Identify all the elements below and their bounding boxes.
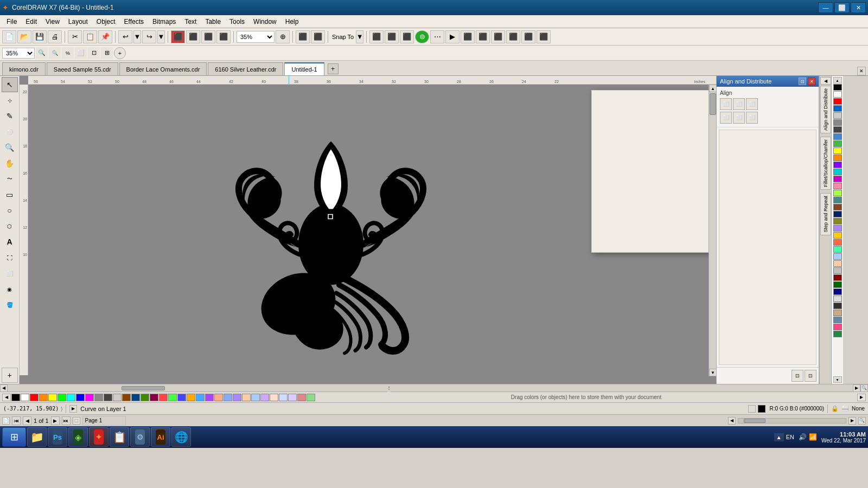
- color-swatch-mint[interactable]: [833, 246, 842, 253]
- palette-scroll-up[interactable]: ▲: [833, 77, 842, 84]
- zoom-dropdown[interactable]: 35%50%75%100%: [237, 31, 275, 43]
- tab-saeed[interactable]: Saeed Sample 55.cdr: [47, 62, 118, 75]
- panel-header-controls[interactable]: ⊡ ✕: [799, 78, 815, 85]
- menu-file[interactable]: File: [2, 17, 21, 27]
- align-center-v-btn[interactable]: ⬜: [733, 112, 745, 124]
- color-swatch-magenta[interactable]: [833, 176, 842, 182]
- taskbar-illustrator[interactable]: Ai: [151, 427, 170, 447]
- step-tab[interactable]: Step and Repeat: [820, 193, 831, 235]
- color-swatch-peach[interactable]: [833, 260, 842, 267]
- h-scroll-grip[interactable]: ⋮: [387, 384, 391, 392]
- taskbar-coreldraw[interactable]: ✦: [89, 427, 108, 447]
- redo-button[interactable]: ↪: [142, 30, 156, 43]
- color-swatch-slate[interactable]: [833, 317, 842, 323]
- taskbar-clipboard[interactable]: 📋: [110, 427, 129, 447]
- align-center-h-btn[interactable]: ⬜: [733, 98, 745, 110]
- color-swatch-3[interactable]: [833, 112, 842, 119]
- more-tools[interactable]: ⋯: [430, 30, 444, 43]
- color-swatch-2[interactable]: [833, 105, 842, 112]
- select-tool-btn[interactable]: ↖: [2, 77, 18, 92]
- smart-fill-btn[interactable]: ⚪: [2, 124, 18, 139]
- bc-alice[interactable]: [279, 394, 288, 401]
- publish-button[interactable]: ⬛: [201, 30, 215, 43]
- taskbar-explorer[interactable]: 📁: [27, 427, 47, 447]
- curve-tool-btn[interactable]: 〜: [2, 171, 18, 187]
- zoom-scroll-btn[interactable]: 🔍: [860, 384, 868, 392]
- bc-lred[interactable]: [159, 394, 168, 401]
- rect-tool-btn[interactable]: ▭: [2, 187, 18, 202]
- page-prev-btn[interactable]: ◀: [23, 416, 31, 425]
- menu-edit[interactable]: Edit: [21, 17, 41, 27]
- color-swatch-purple[interactable]: [833, 162, 842, 168]
- table-tool-btn[interactable]: ⛶: [2, 250, 18, 265]
- scroll-right-btn[interactable]: ▶: [853, 384, 860, 392]
- color-swatch-brown[interactable]: [833, 204, 842, 210]
- taskbar-affinity[interactable]: ◈: [68, 427, 88, 447]
- bc-red[interactable]: [30, 394, 39, 401]
- bc-periwinkle[interactable]: [251, 394, 260, 401]
- zoom-to-fit[interactable]: ⊕: [276, 30, 290, 43]
- align-left[interactable]: ⬛: [296, 30, 310, 43]
- bc-navy[interactable]: [131, 394, 140, 401]
- tab-kimono[interactable]: kimono.cdr: [2, 62, 46, 75]
- bc-yellow[interactable]: [48, 394, 57, 401]
- h-scroll-right[interactable]: ▶: [848, 417, 856, 425]
- align-center[interactable]: ⬛: [311, 30, 325, 43]
- menu-tools[interactable]: Tools: [225, 17, 249, 27]
- play-btn[interactable]: ▶: [445, 30, 459, 43]
- color-swatch-dark-blue[interactable]: [833, 288, 842, 295]
- color-swatch-1[interactable]: [833, 91, 842, 98]
- align-settings-btn[interactable]: ⊡: [805, 370, 816, 382]
- page-first-btn[interactable]: ⏮: [12, 416, 21, 425]
- bc-violet[interactable]: [205, 394, 214, 401]
- page-last-btn[interactable]: ⏭: [62, 416, 71, 425]
- options-btn5[interactable]: ⬛: [461, 30, 475, 43]
- whitearrow-tool-btn[interactable]: ⊹: [2, 93, 18, 108]
- pan-tool-btn[interactable]: ✋: [2, 156, 18, 171]
- palette-scroll-down[interactable]: ▼: [833, 376, 842, 383]
- bc-indian[interactable]: [297, 394, 306, 401]
- bc-pale-green[interactable]: [307, 394, 315, 401]
- bc-cornflower[interactable]: [224, 394, 232, 401]
- color-swatch-forest[interactable]: [833, 331, 842, 337]
- zoom-plus-btn[interactable]: +: [114, 47, 126, 59]
- color-swatch-rose[interactable]: [833, 324, 842, 330]
- bc-brown[interactable]: [122, 394, 131, 401]
- options-btn6[interactable]: ⬛: [476, 30, 490, 43]
- color-swatch-maroon[interactable]: [833, 274, 842, 281]
- print-button[interactable]: 🖨: [48, 30, 62, 43]
- menu-layout[interactable]: Layout: [64, 17, 92, 27]
- color-swatch-cyan[interactable]: [833, 169, 842, 175]
- color-bar-left[interactable]: ◀: [2, 394, 11, 401]
- bc-maroon[interactable]: [150, 394, 158, 401]
- ellipse-tool-btn[interactable]: ○: [2, 203, 18, 218]
- align-bottom-btn[interactable]: ⬜: [746, 112, 758, 124]
- bc-lgreen[interactable]: [168, 394, 177, 401]
- bc-lavender[interactable]: [260, 394, 269, 401]
- color-bar-right[interactable]: ▶: [857, 394, 866, 401]
- color-swatch-red[interactable]: [833, 98, 842, 105]
- tab-untitled[interactable]: Untitled-1: [284, 62, 324, 75]
- menu-bitmaps[interactable]: Bitmaps: [148, 17, 180, 27]
- blend-tool-btn[interactable]: ⬜: [2, 266, 18, 281]
- menu-table[interactable]: Table: [201, 17, 225, 27]
- menu-view[interactable]: View: [41, 17, 64, 27]
- zoom-in-btn[interactable]: 🔍: [36, 47, 48, 59]
- zoom-out-btn[interactable]: 🔍: [49, 47, 61, 59]
- scroll-down-btn[interactable]: ▼: [709, 369, 716, 376]
- redo-dropdown[interactable]: ▼: [157, 30, 165, 43]
- options-btn9[interactable]: ⬛: [521, 30, 535, 43]
- page-next-btn[interactable]: ▶: [51, 416, 60, 425]
- restore-button[interactable]: ⬜: [834, 2, 850, 13]
- import-button[interactable]: ⬛: [171, 30, 185, 43]
- h-scroll-left[interactable]: ◀: [728, 417, 736, 425]
- bc-cyan[interactable]: [67, 394, 75, 401]
- color-swatch-coral[interactable]: [833, 239, 842, 246]
- ornament-object[interactable]: [195, 98, 467, 371]
- options-btn1[interactable]: ⬛: [369, 30, 384, 43]
- color-swatch-5[interactable]: [833, 126, 842, 133]
- bc-orchid[interactable]: [233, 394, 241, 401]
- copy-button[interactable]: 📋: [83, 30, 97, 43]
- color-swatch-lavender[interactable]: [833, 225, 842, 232]
- zoom-tool-btn[interactable]: 🔍: [2, 140, 18, 155]
